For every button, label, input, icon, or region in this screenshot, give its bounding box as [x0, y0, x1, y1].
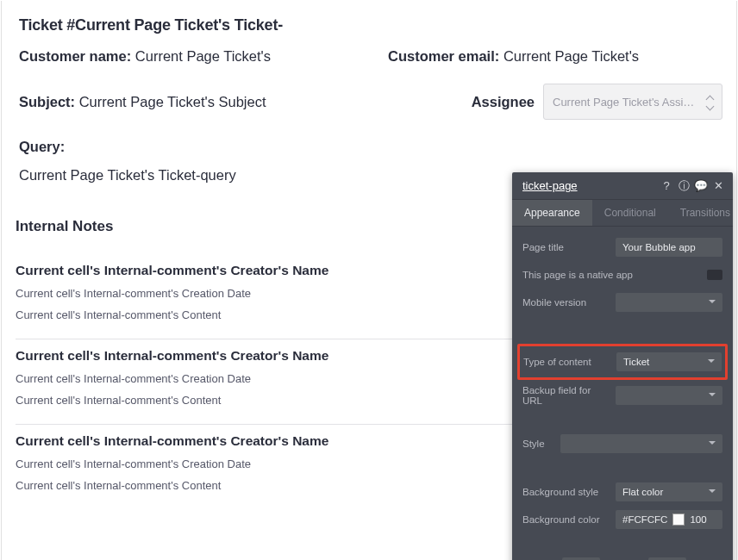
customer-name-value: Current Page Ticket's: [135, 48, 271, 64]
customer-name-line: Customer name: Current Page Ticket's: [19, 47, 353, 66]
prop-bg-color-label: Background color: [522, 514, 609, 525]
prop-page-title-label: Page title: [522, 242, 609, 252]
prop-page-title-input[interactable]: Your Bubble app: [616, 238, 722, 257]
prop-type-of-content-select[interactable]: Ticket: [616, 352, 722, 371]
prop-style-select[interactable]: [560, 434, 722, 453]
panel-tabs: Appearance Conditional Transitions: [512, 200, 733, 227]
query-label: Query:: [19, 139, 722, 155]
prop-native-app-toggle[interactable]: [707, 270, 722, 280]
customer-email-label: Customer email:: [388, 48, 499, 64]
prop-bg-style-label: Background style: [522, 487, 609, 497]
panel-body: Page title Your Bubble app This page is …: [512, 227, 733, 560]
assignee-label: Assignee: [472, 94, 535, 110]
prop-native-app-label: This page is a native app: [522, 270, 700, 280]
close-icon[interactable]: ✕: [712, 180, 724, 192]
prop-type-of-content-label: Type of content: [523, 357, 610, 367]
customer-email-value: Current Page Ticket's: [503, 48, 639, 64]
type-of-content-highlight: Type of content Ticket: [517, 344, 728, 380]
prop-mobile-version-label: Mobile version: [522, 297, 609, 308]
assignee-select[interactable]: Current Page Ticket's Assignee's Na: [543, 84, 722, 120]
ticket-number: Ticket #Current Page Ticket's Ticket-: [19, 16, 722, 34]
subject-value: Current Page Ticket's Subject: [79, 94, 266, 109]
customer-name-label: Customer name:: [19, 48, 131, 64]
subject-label: Subject:: [19, 94, 75, 109]
panel-header[interactable]: ticket-page ? ⓘ 💬 ✕: [512, 172, 733, 200]
tab-appearance[interactable]: Appearance: [512, 200, 592, 226]
tab-conditional[interactable]: Conditional: [592, 200, 668, 226]
customer-email-line: Customer email: Current Page Ticket's: [388, 47, 722, 66]
help-icon[interactable]: ?: [660, 180, 672, 192]
subject-line: Subject: Current Page Ticket's Subject: [19, 92, 437, 112]
prop-bg-color-hex: #FCFCFC: [622, 514, 667, 525]
prop-style-label: Style: [522, 439, 554, 449]
prop-bg-color-input[interactable]: #FCFCFC 100: [616, 510, 722, 529]
prop-backup-field-select[interactable]: [616, 386, 722, 405]
tab-transitions[interactable]: Transitions: [668, 200, 738, 226]
color-swatch-icon: [672, 513, 685, 526]
prop-bg-style-select[interactable]: Flat color: [616, 482, 722, 501]
panel-title[interactable]: ticket-page: [522, 179, 578, 192]
comment-icon[interactable]: 💬: [695, 180, 707, 192]
prop-bg-color-opacity: 100: [690, 514, 706, 525]
prop-backup-field-label: Backup field for URL: [522, 385, 609, 406]
info-icon[interactable]: ⓘ: [678, 180, 690, 192]
prop-mobile-version-select[interactable]: [616, 293, 722, 312]
property-panel[interactable]: ticket-page ? ⓘ 💬 ✕ Appearance Condition…: [512, 172, 733, 560]
